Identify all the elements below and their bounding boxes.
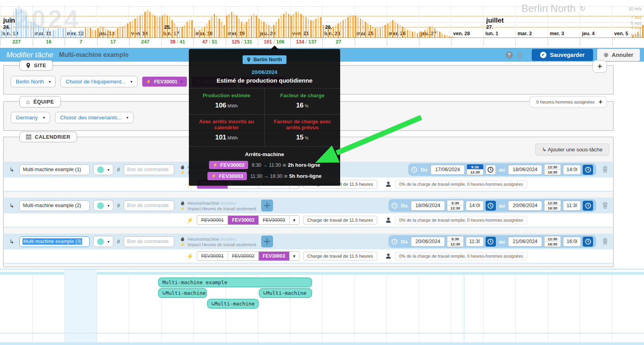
end-date-input[interactable] (508, 201, 542, 211)
delete-subtask-icon[interactable] (602, 238, 608, 245)
machine-toggle-fev30003[interactable]: FEV30003 (259, 252, 290, 260)
gantt-grid-line (386, 274, 387, 342)
machine-toggle-fev30001[interactable]: FEV30001 (197, 216, 228, 224)
gantt-bar-task[interactable]: Multi-machine example (158, 277, 312, 287)
start-clock-button[interactable] (486, 201, 496, 211)
end-clock-button[interactable] (583, 165, 593, 175)
wind-bar (357, 17, 359, 38)
start-date-input[interactable] (431, 165, 465, 175)
wind-bar (263, 22, 265, 38)
equipment-select[interactable]: Choisir de l'équipement... ▾ (60, 76, 137, 87)
subtask-name-input[interactable]: Multi-machine example (3) (19, 236, 90, 247)
wind-bar (424, 30, 426, 38)
delete-subtask-icon[interactable] (602, 166, 608, 173)
day-column[interactable]: mer. 26 (386, 3, 419, 46)
day-production-value: 7 (65, 38, 97, 46)
subtask-color-select[interactable]: ▾ (93, 236, 113, 247)
chevron-down-icon: ▾ (43, 115, 45, 120)
members-select[interactable]: Choisir des intervenants... ▾ (55, 112, 134, 123)
wind-bar (298, 12, 299, 38)
help-icon[interactable]: ? (506, 51, 513, 58)
subtask-name-input[interactable] (19, 164, 90, 175)
wind-bar (310, 20, 312, 38)
wind-timeline: 2024 lun. 10227mar. 1116mer. 127jeu. 131… (0, 0, 644, 46)
day-column[interactable]: mar. 1116 (32, 3, 65, 46)
start-shift-picker[interactable]: 5:3012:30 (447, 236, 464, 247)
delete-task-icon[interactable] (517, 51, 523, 58)
team-tab-label: ÉQUIPE (34, 99, 54, 105)
start-time-input[interactable] (466, 201, 484, 211)
wind-bar (216, 15, 218, 38)
add-hours-button[interactable]: + (599, 98, 603, 106)
site-select[interactable]: Berlin North ▾ (11, 76, 56, 87)
gantt-bar-subtask-3[interactable]: ↳Multi-machine (207, 299, 259, 309)
wind-bar (320, 17, 322, 38)
save-label: Sauvegarder (550, 52, 585, 58)
subtask-color-select[interactable]: ▾ (93, 164, 113, 175)
day-column[interactable]: mer. 127 (64, 3, 97, 46)
delete-subtask-icon[interactable] (602, 202, 608, 209)
cancel-button[interactable]: ⊗ Annuler (597, 49, 640, 61)
machine-segmented-control: FEV30001FEV30002FEV30003▼ (197, 215, 299, 225)
end-time-input[interactable] (563, 201, 581, 211)
start-date-input[interactable] (411, 201, 445, 211)
assignment-status-badge: 0% de la charge de travail remplie, 0 he… (395, 180, 527, 189)
chevron-down-icon[interactable]: ▼ (290, 252, 299, 260)
gantt-bar-subtask-2[interactable]: ↳Multi-machine (259, 288, 312, 298)
team-select[interactable]: Germany ▾ (11, 112, 50, 123)
day-column[interactable]: jeu. 1317 (97, 3, 129, 46)
purchase-order-input[interactable] (124, 236, 174, 247)
wind-bar (97, 28, 99, 38)
machine-toggle-fev30001[interactable]: FEV30001 (197, 252, 228, 260)
end-shift-picker[interactable]: 12:3016:30 (544, 200, 561, 211)
start-time-input[interactable] (466, 237, 484, 247)
wind-bar (285, 12, 287, 38)
machine-toggle-fev30003[interactable]: FEV30003 (259, 216, 290, 224)
move-subtask-button[interactable] (261, 200, 273, 211)
end-date-input[interactable] (508, 237, 542, 247)
subtask-arrow-icon: ↳ (9, 238, 16, 245)
wind-bar (335, 25, 337, 38)
end-time-input[interactable] (563, 165, 581, 175)
day-production-value: 247 (129, 38, 161, 46)
end-time-input[interactable] (563, 237, 581, 247)
end-date-input[interactable] (508, 165, 542, 175)
purchase-order-input[interactable] (124, 164, 174, 175)
tooltip-title: Estimé de production quotidienne (189, 77, 340, 89)
month-label: juin (3, 17, 15, 25)
chevron-down-icon[interactable]: ▼ (290, 216, 299, 224)
wind-bar (266, 23, 267, 38)
remove-tag-icon[interactable]: × (180, 79, 183, 85)
add-site-button[interactable]: + (593, 60, 607, 73)
start-clock-button[interactable] (486, 165, 496, 175)
subtask-name-input[interactable] (19, 200, 90, 211)
wind-bar (45, 28, 47, 38)
calendar-icon (26, 134, 31, 140)
purchase-order-input[interactable] (124, 200, 174, 211)
day-production-value (387, 38, 419, 46)
open-site-icon[interactable]: ↻ (580, 4, 586, 13)
gantt-highlight-column (64, 270, 97, 345)
day-column[interactable]: ven. 28 (451, 3, 483, 46)
machine-toggle-fev30002[interactable]: FEV30002 (228, 216, 259, 224)
machine-tag[interactable]: ⚡ FEV30001 × (142, 77, 186, 87)
start-date-input[interactable] (411, 237, 445, 247)
week-label: 24. (3, 25, 10, 30)
gantt-bar-subtask-1[interactable]: ↳Multi-machine (158, 288, 207, 298)
wind-bar (28, 20, 29, 38)
move-subtask-button[interactable] (261, 236, 273, 247)
day-column[interactable]: jeu. 27 (419, 3, 451, 46)
save-button[interactable]: ✔ Sauvegarder (532, 49, 593, 61)
end-clock-button[interactable] (583, 201, 593, 211)
wind-bar (296, 12, 297, 38)
machine-toggle-fev30002[interactable]: FEV30002 (228, 252, 259, 260)
end-shift-picker[interactable]: 12:3016:30 (544, 236, 561, 247)
add-subtask-button[interactable]: ↳ Ajouter une sous-tâche (535, 143, 609, 155)
end-shift-picker[interactable]: 12:3016:30 (544, 164, 561, 175)
start-shift-picker[interactable]: 5:3012:30 (447, 200, 464, 211)
end-clock-button[interactable] (583, 237, 593, 247)
wind-bar (181, 26, 183, 38)
start-clock-button[interactable] (486, 237, 496, 247)
subtask-color-select[interactable]: ▾ (93, 200, 113, 211)
start-shift-picker[interactable]: 9:3012:30 (467, 164, 484, 175)
